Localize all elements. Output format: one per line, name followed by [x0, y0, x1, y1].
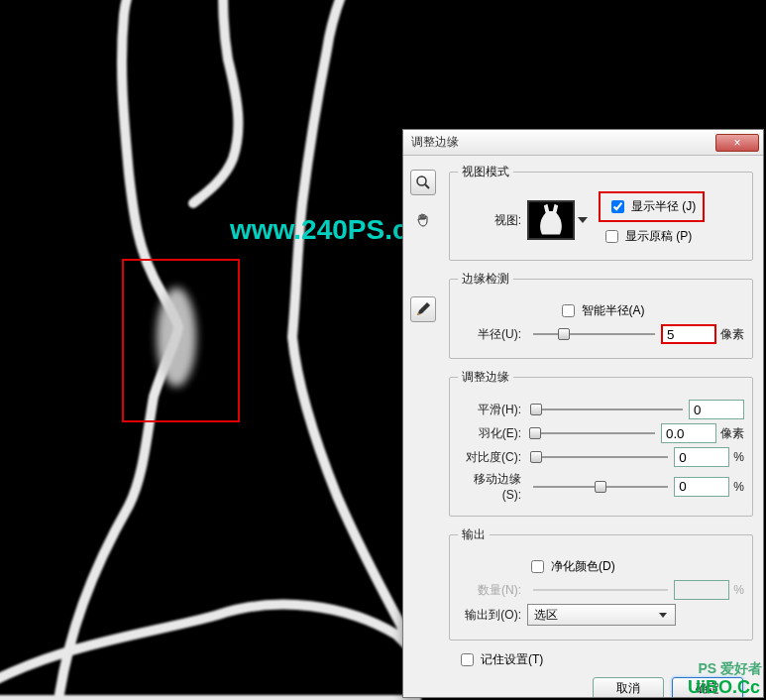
- show-radius-label: 显示半径 (J): [631, 198, 696, 215]
- shift-edge-slider[interactable]: [533, 478, 668, 496]
- shift-edge-input[interactable]: [674, 477, 729, 497]
- radius-unit: 像素: [720, 326, 744, 343]
- refine-edge-dialog: 调整边缘 × 视图模式 视图:: [402, 129, 764, 698]
- dialog-title: 调整边缘: [411, 134, 715, 151]
- shift-edge-label: 移动边缘(S):: [458, 471, 527, 502]
- view-mode-legend: 视图模式: [458, 164, 513, 180]
- close-icon: ×: [733, 136, 740, 150]
- amount-input: [674, 580, 729, 600]
- refine-brush-button[interactable]: [410, 296, 436, 322]
- remember-settings-checkbox[interactable]: 记住设置(T): [457, 650, 543, 669]
- cancel-button[interactable]: 取消: [593, 677, 664, 697]
- show-original-input[interactable]: [605, 230, 618, 243]
- feather-label: 羽化(E):: [458, 425, 527, 442]
- show-radius-input[interactable]: [611, 200, 624, 213]
- view-thumbnail[interactable]: [527, 200, 575, 240]
- show-original-checkbox[interactable]: 显示原稿 (P): [602, 227, 702, 246]
- view-thumb-dropdown-icon[interactable]: [578, 217, 588, 223]
- feather-unit: 像素: [720, 425, 744, 442]
- radius-label: 半径(U):: [458, 326, 527, 343]
- show-radius-checkbox[interactable]: 显示半径 (J): [602, 194, 702, 219]
- cancel-label: 取消: [616, 680, 640, 697]
- contrast-slider[interactable]: [533, 448, 668, 466]
- output-group: 输出 净化颜色(D) 数量(N): % 输出到(O): 选区: [449, 526, 753, 641]
- decontaminate-input[interactable]: [531, 560, 544, 573]
- contrast-input[interactable]: [674, 447, 729, 467]
- smart-radius-label: 智能半径(A): [582, 302, 645, 319]
- close-button[interactable]: ×: [715, 134, 759, 152]
- adjust-edge-legend: 调整边缘: [458, 369, 513, 386]
- edge-detect-group: 边缘检测 智能半径(A) 半径(U): 像素: [449, 271, 753, 359]
- watermark-brand-1: PS 爱好者: [698, 660, 762, 678]
- smart-radius-checkbox[interactable]: 智能半径(A): [558, 301, 645, 320]
- dialog-titlebar[interactable]: 调整边缘 ×: [403, 130, 763, 156]
- contrast-label: 对比度(C):: [458, 449, 527, 466]
- smooth-label: 平滑(H):: [458, 402, 527, 418]
- decontaminate-checkbox[interactable]: 净化颜色(D): [527, 557, 615, 576]
- edge-detect-legend: 边缘检测: [458, 271, 513, 288]
- shift-edge-unit: %: [733, 480, 744, 494]
- smooth-input[interactable]: [689, 400, 744, 419]
- smooth-slider[interactable]: [533, 401, 683, 418]
- contrast-unit: %: [733, 450, 744, 464]
- output-to-label: 输出到(O):: [458, 607, 527, 624]
- watermark-brand-2: UiBO.Cc: [688, 677, 760, 698]
- decontaminate-label: 净化颜色(D): [551, 558, 615, 575]
- smart-radius-input[interactable]: [562, 304, 575, 317]
- svg-line-2: [425, 184, 429, 188]
- output-legend: 输出: [458, 526, 490, 543]
- hand-icon: [415, 212, 431, 228]
- radius-slider[interactable]: [533, 325, 655, 343]
- adjust-edge-group: 调整边缘 平滑(H): 羽化(E): 像素 对比度(C): %: [449, 369, 753, 517]
- feather-slider[interactable]: [533, 424, 655, 442]
- zoom-tool-button[interactable]: [410, 170, 436, 195]
- svg-point-1: [417, 176, 426, 185]
- output-to-value: 选区: [534, 607, 558, 624]
- canvas-highlight-rect: [122, 259, 240, 422]
- hand-tool-button[interactable]: [410, 207, 436, 233]
- show-original-label: 显示原稿 (P): [625, 228, 692, 245]
- amount-unit: %: [733, 583, 744, 597]
- feather-input[interactable]: [661, 423, 716, 443]
- zoom-icon: [415, 175, 431, 190]
- radius-input[interactable]: [661, 324, 716, 344]
- view-mode-group: 视图模式 视图: 显示半径 (J) 显示原稿 (P): [449, 164, 753, 261]
- tool-column: [403, 156, 443, 697]
- amount-label: 数量(N):: [458, 582, 527, 599]
- refine-brush-icon: [415, 301, 431, 317]
- output-to-dropdown[interactable]: 选区: [527, 604, 676, 626]
- view-label: 视图:: [458, 212, 527, 229]
- amount-slider: [533, 581, 668, 599]
- remember-settings-label: 记住设置(T): [481, 651, 543, 668]
- remember-settings-input[interactable]: [461, 653, 474, 666]
